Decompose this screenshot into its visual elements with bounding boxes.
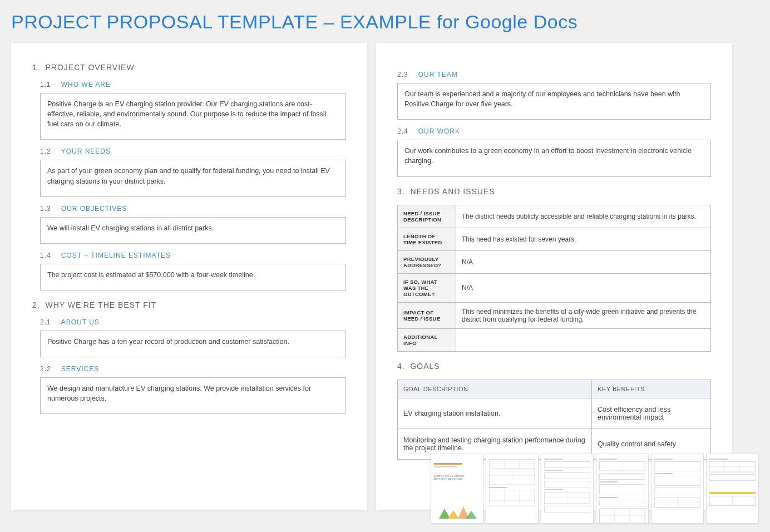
table-row: IMPACT OF NEED / ISSUEThis need minimize… — [398, 302, 711, 328]
section-2-3-heading: 2.3OUR TEAM — [397, 71, 711, 78]
page-thumbnail-6[interactable] — [706, 454, 759, 521]
needs-row-label: IF SO, WHAT WAS THE OUTCOME? — [398, 273, 456, 302]
section-1-2-body: As part of your green economy plan and t… — [40, 160, 346, 196]
section-4-heading: 4. GOALS — [397, 362, 711, 371]
goal-benefit: Cost efficiency and less environmental i… — [592, 398, 711, 428]
section-2-heading: 2. WHY WE'RE THE BEST FIT — [32, 301, 346, 309]
section-1-1-heading: 1.1WHO WE ARE — [40, 81, 346, 88]
section-2-3-body: Our team is experienced and a majority o… — [397, 83, 711, 120]
document-page-2: 2.3OUR TEAM Our team is experienced and … — [376, 43, 732, 510]
needs-row-value: This need has existed for seven years. — [456, 228, 711, 250]
table-row: LENGTH OF TIME EXISTEDThis need has exis… — [398, 228, 711, 250]
table-row: NEED / ISSUE DESCRIPTIONThe district nee… — [398, 205, 711, 228]
needs-row-label: IMPACT OF NEED / ISSUE — [398, 302, 456, 328]
document-page-1: 1. PROJECT OVERVIEW 1.1WHO WE ARE Positi… — [11, 43, 367, 510]
needs-row-label: LENGTH OF TIME EXISTED — [398, 228, 456, 250]
page-thumbnail-1[interactable]: District Park EV Stations PROJECT PROPOS… — [431, 454, 483, 521]
section-1-3-heading: 1.3OUR OBJECTIVES — [40, 205, 346, 213]
needs-row-label: PREVIOUSLY ADDRESSED? — [398, 250, 456, 273]
page-thumbnail-5[interactable] — [651, 454, 704, 521]
table-row: ADDITIONAL INFO — [398, 328, 711, 351]
section-2-1-body: Positive Charge has a ten-year record of… — [40, 331, 346, 357]
section-2-4-heading: 2.4OUR WORK — [397, 127, 711, 135]
page-thumbnail-2[interactable] — [486, 454, 539, 521]
section-2-2-body: We design and manufacture EV charging st… — [40, 377, 346, 414]
section-2-2-heading: 2.2SERVICES — [40, 365, 346, 373]
page-thumbnail-3[interactable] — [541, 454, 594, 521]
section-1-heading: 1. PROJECT OVERVIEW — [32, 63, 346, 72]
table-row: EV charging station installation.Cost ef… — [398, 398, 711, 428]
needs-issues-table: NEED / ISSUE DESCRIPTIONThe district nee… — [397, 205, 711, 352]
goals-header-benefits: KEY BENEFITS — [592, 380, 711, 398]
section-1-4-heading: 1.4COST + TIMELINE ESTIMATES — [40, 252, 346, 259]
goal-description: EV charging station installation. — [398, 398, 592, 428]
needs-row-value: This need minimizes the benefits of a ci… — [456, 302, 711, 328]
section-2-1-heading: 2.1ABOUT US — [40, 318, 346, 326]
section-1-1-body: Positive Charge is an EV charging statio… — [40, 93, 346, 140]
needs-row-value: N/A — [456, 250, 711, 273]
table-row: IF SO, WHAT WAS THE OUTCOME?N/A — [398, 273, 711, 302]
goals-table: GOAL DESCRIPTION KEY BENEFITS EV chargin… — [397, 380, 711, 460]
section-1-3-body: We will install EV charging stations in … — [40, 217, 346, 244]
needs-row-label: ADDITIONAL INFO — [398, 328, 456, 351]
page-thumbnail-4[interactable] — [596, 454, 649, 521]
needs-row-value — [456, 328, 711, 351]
needs-row-value: N/A — [456, 273, 711, 302]
table-row: PREVIOUSLY ADDRESSED?N/A — [398, 250, 711, 273]
section-3-heading: 3. NEEDS AND ISSUES — [397, 187, 711, 196]
section-1-4-body: The project cost is estimated at $570,00… — [40, 264, 346, 290]
goals-header-description: GOAL DESCRIPTION — [398, 380, 592, 398]
page-title: PROJECT PROPOSAL TEMPLATE – EXAMPLE for … — [11, 11, 759, 33]
page-thumbnail-strip: District Park EV Stations PROJECT PROPOS… — [431, 454, 759, 521]
needs-row-label: NEED / ISSUE DESCRIPTION — [398, 205, 456, 228]
section-1-2-heading: 1.2YOUR NEEDS — [40, 147, 346, 155]
section-2-4-body: Our work contributes to a green economy … — [397, 140, 711, 176]
needs-row-value: The district needs publicly accessible a… — [456, 205, 711, 228]
